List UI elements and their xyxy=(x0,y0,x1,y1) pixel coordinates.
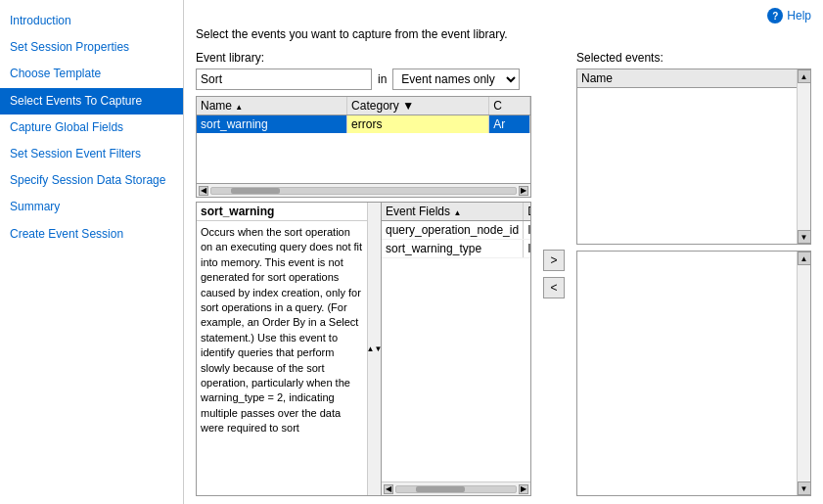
ef-field-de: Ind xyxy=(524,240,530,258)
remove-event-button[interactable]: < xyxy=(543,277,565,298)
event-fields-table: Event Fields De query_operation_node_id … xyxy=(382,203,530,258)
detail-scroll-down[interactable]: ▼ xyxy=(798,481,811,495)
sidebar-item-summary[interactable]: Summary xyxy=(0,194,183,220)
main-content: ? Help Select the events you want to cap… xyxy=(184,0,823,504)
detail-row: sort_warning Occurs when the sort operat… xyxy=(196,202,531,496)
col-header-c[interactable]: C xyxy=(489,97,530,115)
desc-scroll-arrow-up[interactable]: ▲ xyxy=(367,344,375,353)
description-panel: sort_warning Occurs when the sort operat… xyxy=(196,202,382,496)
sidebar-item-choose-template[interactable]: Choose Template xyxy=(0,61,183,87)
selected-events-table: Name xyxy=(577,69,797,244)
event-fields-panel: Event Fields De query_operation_node_id … xyxy=(382,202,531,496)
ef-hscroll-track[interactable] xyxy=(395,485,517,493)
detail-scroll-up[interactable]: ▲ xyxy=(798,252,811,265)
hscroll-track[interactable] xyxy=(210,187,517,195)
sidebar-item-select-events[interactable]: Select Events To Capture xyxy=(0,88,183,115)
se-vscrollbar[interactable]: ▲ ▼ xyxy=(797,69,810,244)
name-sort-icon xyxy=(235,99,243,113)
sidebar-item-set-session-event-filters[interactable]: Set Session Event Filters xyxy=(0,141,183,167)
table-row[interactable]: sort_warning errors Ar xyxy=(197,115,530,134)
ef-col-header-fields[interactable]: Event Fields xyxy=(382,203,524,221)
event-c-cell: Ar xyxy=(489,115,530,134)
content-area: Event library: in Event names only All c… xyxy=(196,51,811,496)
transfer-buttons: > < xyxy=(539,51,569,496)
top-bar: ? Help xyxy=(196,8,811,23)
sidebar-item-introduction[interactable]: Introduction xyxy=(0,8,183,34)
help-icon: ? xyxy=(767,8,783,23)
page-description: Select the events you want to capture fr… xyxy=(196,27,811,41)
event-table-hscrollbar[interactable]: ◀ ▶ xyxy=(196,184,531,198)
search-scope-select[interactable]: Event names only All columns xyxy=(392,69,520,90)
in-label: in xyxy=(378,72,387,86)
desc-panel-vscroll[interactable]: ▲ ▼ xyxy=(367,203,381,495)
ef-field-name: sort_warning_type xyxy=(382,240,524,258)
sidebar-item-capture-global-fields[interactable]: Capture Global Fields xyxy=(0,115,183,141)
ef-table-container: Event Fields De query_operation_node_id … xyxy=(382,203,530,481)
event-name-cell: sort_warning xyxy=(197,115,347,134)
selected-events-table-container: Name ▲ ▼ xyxy=(576,69,811,245)
sidebar-item-specify-session-data-storage[interactable]: Specify Session Data Storage xyxy=(0,167,183,194)
selected-events-label: Selected events: xyxy=(576,51,811,65)
selected-events-section: Selected events: Name ▲ xyxy=(576,51,811,245)
desc-panel-body: Occurs when the sort operation on an exe… xyxy=(197,221,367,495)
event-category-cell: errors xyxy=(347,115,489,134)
search-input[interactable] xyxy=(196,69,372,90)
sidebar-item-create-event-session[interactable]: Create Event Session xyxy=(0,221,183,248)
ef-field-de: Ide xyxy=(524,221,530,240)
se-scroll-down[interactable]: ▼ xyxy=(798,230,811,244)
sidebar-item-set-session-properties[interactable]: Set Session Properties xyxy=(0,34,183,61)
add-event-button[interactable]: > xyxy=(543,250,565,271)
left-panel: Event library: in Event names only All c… xyxy=(196,51,531,496)
desc-panel-inner: sort_warning Occurs when the sort operat… xyxy=(197,203,381,495)
right-panel: Selected events: Name ▲ xyxy=(576,51,811,496)
event-library-label: Event library: xyxy=(196,51,531,65)
hscroll-right-arrow[interactable]: ▶ xyxy=(519,186,528,196)
ef-col-header-de[interactable]: De xyxy=(524,203,530,221)
ef-hscroll-left[interactable]: ◀ xyxy=(384,484,393,494)
se-col-header-name[interactable]: Name xyxy=(577,69,797,88)
event-library-table-container: Name Category ▼ C sort_warning errors xyxy=(196,96,531,184)
ef-hscroll-right[interactable]: ▶ xyxy=(519,484,528,494)
hscroll-thumb[interactable] xyxy=(231,188,280,194)
detail-bottom-vscroll[interactable]: ▲ ▼ xyxy=(797,252,810,495)
sidebar: Introduction Set Session Properties Choo… xyxy=(0,0,184,504)
category-sort-icon: ▼ xyxy=(402,99,414,113)
col-header-name[interactable]: Name xyxy=(197,97,347,115)
se-scroll-up[interactable]: ▲ xyxy=(798,69,811,83)
ef-hscroll-thumb[interactable] xyxy=(416,486,465,492)
table-row[interactable]: query_operation_node_id Ide xyxy=(382,221,530,240)
col-header-category[interactable]: Category ▼ xyxy=(347,97,489,115)
ef-sort-icon xyxy=(453,205,461,218)
event-library-table: Name Category ▼ C sort_warning errors xyxy=(197,97,530,133)
help-label: Help xyxy=(787,9,811,23)
ef-hscrollbar[interactable]: ◀ ▶ xyxy=(382,481,530,495)
help-link[interactable]: ? Help xyxy=(767,8,811,23)
desc-panel-title: sort_warning xyxy=(197,203,367,221)
table-row[interactable]: sort_warning_type Ind xyxy=(382,240,530,258)
search-row: in Event names only All columns xyxy=(196,69,531,90)
desc-scroll-arrow-down[interactable]: ▼ xyxy=(375,344,382,353)
ef-field-name: query_operation_node_id xyxy=(382,221,524,240)
detail-bottom-panel: ▲ ▼ xyxy=(576,251,811,496)
hscroll-left-arrow[interactable]: ◀ xyxy=(199,186,208,196)
